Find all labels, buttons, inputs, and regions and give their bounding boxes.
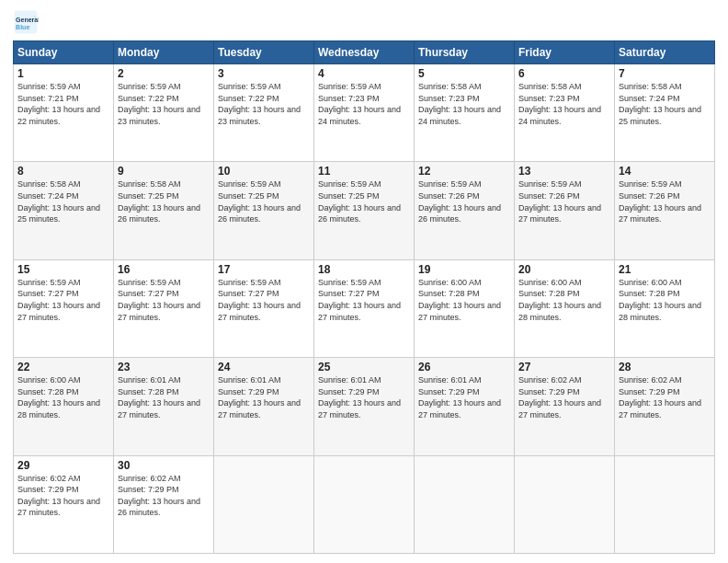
col-saturday: Saturday xyxy=(615,41,715,64)
table-row: 26 Sunrise: 6:01 AMSunset: 7:29 PMDaylig… xyxy=(415,358,515,455)
col-monday: Monday xyxy=(114,41,214,64)
table-row xyxy=(615,455,715,553)
day-number: 12 xyxy=(418,165,510,178)
calendar-week-row: 15 Sunrise: 5:59 AMSunset: 7:27 PMDaylig… xyxy=(14,259,715,357)
svg-text:Blue: Blue xyxy=(16,24,29,30)
day-info: Sunrise: 6:00 AMSunset: 7:28 PMDaylight:… xyxy=(418,278,501,322)
table-row: 14 Sunrise: 5:59 AMSunset: 7:26 PMDaylig… xyxy=(615,162,715,259)
table-row: 4 Sunrise: 5:59 AMSunset: 7:23 PMDayligh… xyxy=(314,64,415,162)
day-info: Sunrise: 6:02 AMSunset: 7:29 PMDaylight:… xyxy=(518,375,601,419)
day-number: 3 xyxy=(218,67,310,80)
calendar-week-row: 29 Sunrise: 6:02 AMSunset: 7:29 PMDaylig… xyxy=(14,455,715,553)
day-info: Sunrise: 5:59 AMSunset: 7:27 PMDaylight:… xyxy=(118,278,200,322)
table-row: 5 Sunrise: 5:58 AMSunset: 7:23 PMDayligh… xyxy=(415,64,515,162)
calendar-week-row: 1 Sunrise: 5:59 AMSunset: 7:21 PMDayligh… xyxy=(14,64,715,162)
table-row: 21 Sunrise: 6:00 AMSunset: 7:28 PMDaylig… xyxy=(615,259,715,357)
table-row: 12 Sunrise: 5:59 AMSunset: 7:26 PMDaylig… xyxy=(415,162,515,259)
day-info: Sunrise: 5:58 AMSunset: 7:24 PMDaylight:… xyxy=(619,82,701,126)
day-number: 6 xyxy=(518,67,610,80)
day-info: Sunrise: 5:59 AMSunset: 7:27 PMDaylight:… xyxy=(17,278,100,322)
col-thursday: Thursday xyxy=(415,41,515,64)
day-info: Sunrise: 6:02 AMSunset: 7:29 PMDaylight:… xyxy=(17,474,100,518)
table-row: 22 Sunrise: 6:00 AMSunset: 7:28 PMDaylig… xyxy=(14,358,114,455)
day-info: Sunrise: 5:59 AMSunset: 7:22 PMDaylight:… xyxy=(218,82,301,126)
table-row: 29 Sunrise: 6:02 AMSunset: 7:29 PMDaylig… xyxy=(14,455,114,553)
day-number: 10 xyxy=(218,165,310,178)
day-info: Sunrise: 5:59 AMSunset: 7:26 PMDaylight:… xyxy=(418,179,501,224)
table-row: 3 Sunrise: 5:59 AMSunset: 7:22 PMDayligh… xyxy=(214,64,314,162)
day-number: 25 xyxy=(318,361,410,373)
day-info: Sunrise: 6:01 AMSunset: 7:29 PMDaylight:… xyxy=(218,375,301,419)
day-info: Sunrise: 5:59 AMSunset: 7:26 PMDaylight:… xyxy=(518,179,601,224)
table-row: 30 Sunrise: 6:02 AMSunset: 7:29 PMDaylig… xyxy=(114,455,214,553)
day-number: 17 xyxy=(218,263,310,276)
day-number: 11 xyxy=(318,165,410,178)
table-row: 27 Sunrise: 6:02 AMSunset: 7:29 PMDaylig… xyxy=(515,358,615,455)
table-row: 24 Sunrise: 6:01 AMSunset: 7:29 PMDaylig… xyxy=(214,358,314,455)
table-row: 6 Sunrise: 5:58 AMSunset: 7:23 PMDayligh… xyxy=(515,64,615,162)
day-info: Sunrise: 5:58 AMSunset: 7:24 PMDaylight:… xyxy=(17,179,100,224)
day-info: Sunrise: 5:58 AMSunset: 7:25 PMDaylight:… xyxy=(118,179,200,224)
day-info: Sunrise: 6:01 AMSunset: 7:29 PMDaylight:… xyxy=(418,375,501,419)
table-row: 10 Sunrise: 5:59 AMSunset: 7:25 PMDaylig… xyxy=(214,162,314,259)
table-row: 8 Sunrise: 5:58 AMSunset: 7:24 PMDayligh… xyxy=(14,162,114,259)
day-info: Sunrise: 6:00 AMSunset: 7:28 PMDaylight:… xyxy=(518,278,601,322)
table-row: 16 Sunrise: 5:59 AMSunset: 7:27 PMDaylig… xyxy=(114,259,214,357)
day-number: 28 xyxy=(619,361,711,373)
day-info: Sunrise: 6:01 AMSunset: 7:29 PMDaylight:… xyxy=(318,375,401,419)
day-number: 22 xyxy=(17,361,109,373)
day-info: Sunrise: 6:02 AMSunset: 7:29 PMDaylight:… xyxy=(118,474,200,518)
day-info: Sunrise: 5:59 AMSunset: 7:21 PMDaylight:… xyxy=(17,82,100,126)
day-number: 26 xyxy=(418,361,510,373)
table-row: 2 Sunrise: 5:59 AMSunset: 7:22 PMDayligh… xyxy=(114,64,214,162)
table-row xyxy=(314,455,415,553)
day-info: Sunrise: 5:58 AMSunset: 7:23 PMDaylight:… xyxy=(518,82,601,126)
day-number: 5 xyxy=(418,67,510,80)
calendar-week-row: 8 Sunrise: 5:58 AMSunset: 7:24 PMDayligh… xyxy=(14,162,715,259)
table-row: 25 Sunrise: 6:01 AMSunset: 7:29 PMDaylig… xyxy=(314,358,415,455)
table-row xyxy=(515,455,615,553)
svg-text:General: General xyxy=(16,17,39,23)
day-info: Sunrise: 5:59 AMSunset: 7:27 PMDaylight:… xyxy=(318,278,401,322)
header: General Blue xyxy=(13,9,715,35)
day-number: 1 xyxy=(17,67,109,80)
day-info: Sunrise: 6:01 AMSunset: 7:28 PMDaylight:… xyxy=(118,375,200,419)
day-info: Sunrise: 5:59 AMSunset: 7:26 PMDaylight:… xyxy=(619,179,701,224)
col-wednesday: Wednesday xyxy=(314,41,415,64)
day-number: 2 xyxy=(118,67,210,80)
day-info: Sunrise: 6:00 AMSunset: 7:28 PMDaylight:… xyxy=(17,375,100,419)
day-number: 30 xyxy=(118,459,210,472)
calendar-week-row: 22 Sunrise: 6:00 AMSunset: 7:28 PMDaylig… xyxy=(14,358,715,455)
logo: General Blue xyxy=(13,9,42,35)
day-number: 21 xyxy=(619,263,711,276)
col-sunday: Sunday xyxy=(14,41,114,64)
table-row: 20 Sunrise: 6:00 AMSunset: 7:28 PMDaylig… xyxy=(515,259,615,357)
table-row: 28 Sunrise: 6:02 AMSunset: 7:29 PMDaylig… xyxy=(615,358,715,455)
table-row xyxy=(214,455,314,553)
day-number: 29 xyxy=(17,459,109,472)
page: General Blue Sunday Monday Tuesday Wedne… xyxy=(0,0,728,563)
day-info: Sunrise: 6:00 AMSunset: 7:28 PMDaylight:… xyxy=(619,278,701,322)
day-info: Sunrise: 5:59 AMSunset: 7:23 PMDaylight:… xyxy=(318,82,401,126)
table-row: 19 Sunrise: 6:00 AMSunset: 7:28 PMDaylig… xyxy=(415,259,515,357)
table-row: 17 Sunrise: 5:59 AMSunset: 7:27 PMDaylig… xyxy=(214,259,314,357)
day-number: 23 xyxy=(118,361,210,373)
day-number: 18 xyxy=(318,263,410,276)
table-row: 18 Sunrise: 5:59 AMSunset: 7:27 PMDaylig… xyxy=(314,259,415,357)
day-number: 27 xyxy=(518,361,610,373)
table-row: 1 Sunrise: 5:59 AMSunset: 7:21 PMDayligh… xyxy=(14,64,114,162)
table-row: 9 Sunrise: 5:58 AMSunset: 7:25 PMDayligh… xyxy=(114,162,214,259)
table-row: 7 Sunrise: 5:58 AMSunset: 7:24 PMDayligh… xyxy=(615,64,715,162)
logo-icon: General Blue xyxy=(13,9,39,35)
day-number: 24 xyxy=(218,361,310,373)
col-tuesday: Tuesday xyxy=(214,41,314,64)
day-info: Sunrise: 5:59 AMSunset: 7:25 PMDaylight:… xyxy=(318,179,401,224)
day-number: 14 xyxy=(619,165,711,178)
table-row: 23 Sunrise: 6:01 AMSunset: 7:28 PMDaylig… xyxy=(114,358,214,455)
day-info: Sunrise: 5:58 AMSunset: 7:23 PMDaylight:… xyxy=(418,82,501,126)
day-number: 8 xyxy=(17,165,109,178)
calendar-header-row: Sunday Monday Tuesday Wednesday Thursday… xyxy=(14,41,715,64)
day-number: 20 xyxy=(518,263,610,276)
day-number: 4 xyxy=(318,67,410,80)
table-row: 11 Sunrise: 5:59 AMSunset: 7:25 PMDaylig… xyxy=(314,162,415,259)
